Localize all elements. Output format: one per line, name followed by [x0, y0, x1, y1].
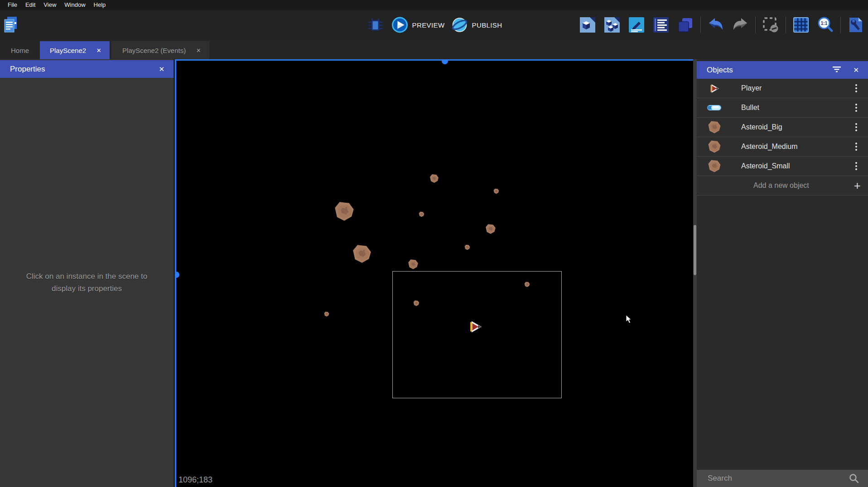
player-ship-icon — [707, 82, 722, 95]
tools-icon[interactable] — [846, 15, 865, 34]
mouse-cursor — [626, 315, 632, 324]
publish-label: PUBLISH — [472, 21, 502, 29]
close-icon[interactable]: ✕ — [195, 47, 202, 54]
objects-title: Objects — [707, 66, 733, 75]
asteroid-instance[interactable] — [334, 201, 355, 222]
toolbar-right-group: 1:1 — [578, 10, 865, 40]
kebab-menu-icon[interactable] — [854, 82, 859, 94]
properties-panel: Properties ✕ Click on an instance in the… — [0, 59, 174, 487]
menu-view[interactable]: View — [39, 0, 60, 10]
tab-label: Home — [11, 47, 29, 54]
asteroid-instance[interactable] — [485, 224, 496, 234]
cursor-coordinates: 1096;183 — [178, 475, 212, 485]
add-object-label: Add a new object — [697, 181, 854, 190]
selection-handle[interactable] — [442, 59, 448, 64]
close-icon[interactable]: ✕ — [95, 47, 102, 54]
objects-list-icon[interactable] — [603, 15, 622, 34]
kebab-menu-icon[interactable] — [854, 160, 859, 172]
scene-properties-icon[interactable] — [578, 15, 597, 34]
main-toolbar: PREVIEW PUBLISH — [0, 10, 868, 40]
asteroid-instance[interactable] — [352, 244, 372, 264]
object-row-asteroid-big[interactable]: Asteroid_Big — [697, 118, 868, 137]
object-row-asteroid-medium[interactable]: Asteroid_Medium — [697, 137, 868, 157]
bullet-icon — [707, 105, 722, 111]
object-label: Bullet — [741, 104, 854, 112]
scrollbar-thumb[interactable] — [694, 225, 696, 275]
search-placeholder: Search — [708, 474, 849, 483]
menu-file[interactable]: File — [4, 0, 21, 10]
menu-help[interactable]: Help — [90, 0, 110, 10]
globe-icon — [451, 16, 468, 33]
tab-bar: Home PlayScene2 ✕ PlayScene2 (Events) ✕ — [0, 40, 868, 59]
object-label: Asteroid_Small — [741, 162, 854, 170]
edit-scene-icon[interactable] — [627, 15, 646, 34]
tab-playscene2-events[interactable]: PlayScene2 (Events) ✕ — [111, 41, 209, 59]
object-row-asteroid-small[interactable]: Asteroid_Small — [697, 157, 868, 176]
kebab-menu-icon[interactable] — [854, 121, 859, 133]
object-row-bullet[interactable]: Bullet — [697, 98, 868, 118]
tab-playscene2[interactable]: PlayScene2 ✕ — [40, 41, 110, 59]
layers-icon[interactable] — [676, 15, 695, 34]
main-area: Properties ✕ Click on an instance in the… — [0, 59, 868, 487]
project-manager-icon[interactable] — [3, 16, 19, 33]
play-icon — [391, 16, 409, 33]
kebab-menu-icon[interactable] — [854, 141, 859, 153]
selection-handle[interactable] — [175, 272, 179, 278]
svg-text:1:1: 1:1 — [821, 21, 828, 26]
close-icon[interactable]: ✕ — [156, 64, 167, 74]
properties-empty-message: Click on an instance in the scene to dis… — [26, 270, 147, 295]
objects-panel-empty-space — [697, 196, 868, 470]
asteroid-instance[interactable] — [408, 259, 419, 270]
preview-button[interactable]: PREVIEW — [391, 16, 445, 33]
grid-icon[interactable] — [791, 15, 810, 34]
object-label: Asteroid_Big — [741, 123, 854, 131]
debug-icon[interactable] — [366, 15, 385, 34]
preview-label: PREVIEW — [412, 21, 445, 29]
instances-list-icon[interactable] — [651, 15, 670, 34]
menu-edit[interactable]: Edit — [21, 0, 39, 10]
asteroid-icon — [707, 120, 722, 134]
tab-label: PlayScene2 — [50, 47, 86, 54]
selection-mask-icon[interactable] — [761, 15, 780, 34]
toolbar-separator — [840, 17, 841, 33]
zoom-1-1-icon[interactable]: 1:1 — [816, 15, 835, 34]
objects-header: Objects ✕ — [697, 61, 868, 79]
scene-canvas[interactable]: 1096;183 — [175, 59, 697, 487]
menu-window[interactable]: Window — [60, 0, 89, 10]
asteroid-instance[interactable] — [429, 174, 439, 183]
properties-header: Properties ✕ — [0, 60, 174, 78]
add-new-object-button[interactable]: Add a new object + — [697, 176, 868, 196]
asteroid-instance[interactable] — [464, 244, 470, 250]
undo-icon[interactable] — [706, 15, 725, 34]
object-label: Player — [741, 84, 854, 92]
asteroid-instance[interactable] — [493, 188, 499, 194]
publish-button[interactable]: PUBLISH — [451, 16, 502, 33]
asteroid-instance[interactable] — [413, 300, 420, 306]
menu-bar: File Edit View Window Help — [0, 0, 868, 10]
asteroid-instance[interactable] — [419, 211, 424, 217]
toolbar-separator — [700, 17, 701, 33]
search-icon — [849, 473, 859, 483]
asteroid-instance[interactable] — [524, 282, 530, 287]
asteroid-icon — [707, 159, 722, 173]
asteroid-instance[interactable] — [324, 311, 329, 317]
asteroid-icon — [707, 140, 722, 153]
gdevelop-window: File Edit View Window Help — [0, 0, 868, 487]
filter-icon[interactable] — [829, 65, 844, 75]
scene-selection-border-top — [175, 59, 697, 61]
objects-panel: Objects ✕ Player — [697, 59, 868, 487]
tab-home[interactable]: Home — [0, 41, 40, 59]
player-ship-instance[interactable] — [468, 319, 484, 335]
object-search-input[interactable]: Search — [697, 470, 868, 487]
toolbar-center-group: PREVIEW PUBLISH — [366, 10, 502, 40]
tab-label: PlayScene2 (Events) — [122, 47, 186, 54]
canvas-vertical-scrollbar[interactable] — [693, 59, 697, 487]
properties-body: Click on an instance in the scene to dis… — [0, 78, 174, 487]
object-label: Asteroid_Medium — [741, 143, 854, 151]
object-row-player[interactable]: Player — [697, 79, 868, 98]
properties-title: Properties — [10, 65, 45, 74]
close-icon[interactable]: ✕ — [850, 65, 862, 75]
plus-icon: + — [854, 181, 861, 190]
kebab-menu-icon[interactable] — [854, 102, 859, 114]
redo-icon[interactable] — [731, 15, 750, 34]
